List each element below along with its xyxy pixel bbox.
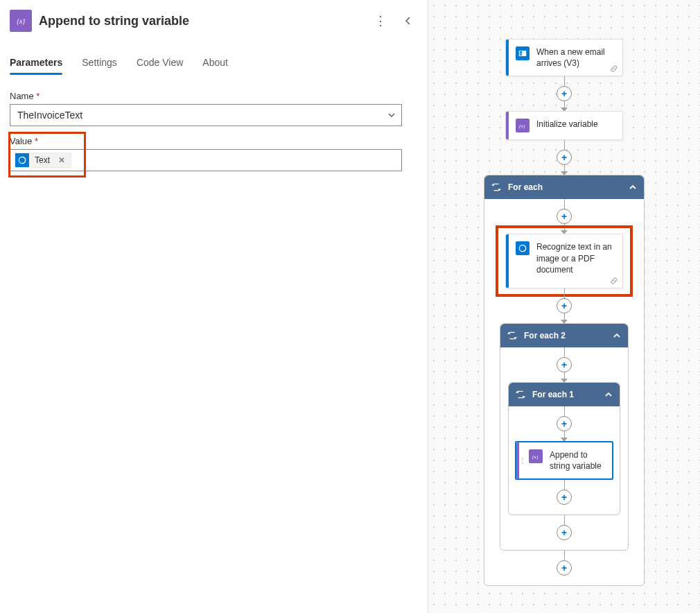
value-field-input[interactable]: Text ✕ [10,149,402,171]
tab-about[interactable]: About [202,53,228,75]
add-step-button[interactable]: + [557,357,572,372]
svg-text:{x}: {x} [519,123,525,129]
parameters-form: Name * TheInvoiceText Value * [10,91,418,181]
action-card-append-string[interactable]: ⋮⋮ {x} Append to string variable [515,441,613,480]
arrow-down-icon [561,379,568,383]
dynamic-content-token-text[interactable]: Text ✕ [15,153,71,168]
chevron-up-icon [629,183,637,191]
action-details-panel: {x} Append to string variable ⋮ Paramete… [0,0,428,613]
arrow-down-icon [561,320,568,324]
chevron-down-icon [387,111,396,119]
add-step-button[interactable]: + [557,86,572,101]
vertical-ellipsis-icon: ⋮ [374,15,387,27]
chevron-up-icon [604,390,613,399]
tab-parameters[interactable]: Parameters [10,53,62,75]
token-remove-button[interactable]: ✕ [55,155,68,165]
loop-icon [516,390,525,399]
token-label: Text [35,155,50,165]
tab-settings[interactable]: Settings [82,53,117,75]
link-icon [610,64,618,73]
add-step-button[interactable]: + [557,209,572,224]
add-step-button[interactable]: + [557,416,572,431]
panel-header: {x} Append to string variable ⋮ [10,6,418,36]
add-step-button[interactable]: + [557,490,572,505]
cognitive-services-icon [15,153,29,167]
chevron-left-icon [404,17,412,25]
action-card-initialize-variable[interactable]: {x} Initialize variable [505,111,623,140]
link-icon [610,277,618,285]
panel-tabs: Parameters Settings Code View About [10,53,418,76]
chevron-up-icon [613,331,621,340]
name-field-value: TheInvoiceText [17,110,82,121]
more-actions-button[interactable]: ⋮ [371,11,390,31]
trigger-card-email[interactable]: O When a new email arrives (V3) [505,39,623,76]
outlook-icon: O [516,46,530,60]
svg-marker-11 [561,379,568,383]
control-for-each-2: For each 2 + [500,323,629,551]
collapse-panel-button[interactable] [399,11,418,31]
cognitive-services-icon [516,241,530,255]
svg-marker-10 [561,320,568,324]
add-step-button[interactable]: + [557,525,572,540]
name-field-label: Name * [10,91,418,101]
add-step-button[interactable]: + [557,560,572,576]
svg-text:{x}: {x} [17,17,25,25]
svg-text:O: O [520,52,523,55]
tab-code-view[interactable]: Code View [137,53,183,75]
action-card-recognize-text[interactable]: Recognize text in an image or a PDF docu… [505,234,623,288]
add-step-button[interactable]: + [557,298,572,313]
add-step-button[interactable]: + [557,150,572,165]
variable-icon: {x} [516,119,530,132]
loop-icon [507,331,517,340]
panel-title: Append to string variable [39,14,364,28]
for-each-header[interactable]: For each [484,175,644,199]
for-each-1-header[interactable]: For each 1 [509,383,620,406]
flow-canvas[interactable]: O When a new email arrives (V3) + {x} I [428,0,700,613]
drag-handle-icon[interactable]: ⋮⋮ [519,459,534,462]
loop-icon [491,182,501,192]
name-field-select[interactable]: TheInvoiceText [10,104,402,126]
control-for-each: For each + [484,175,645,586]
panel-title-icon: {x} [10,10,32,32]
control-for-each-1: For each 1 + [508,382,620,515]
for-each-2-header[interactable]: For each 2 [500,324,628,347]
value-field-label: Value * [10,136,418,146]
